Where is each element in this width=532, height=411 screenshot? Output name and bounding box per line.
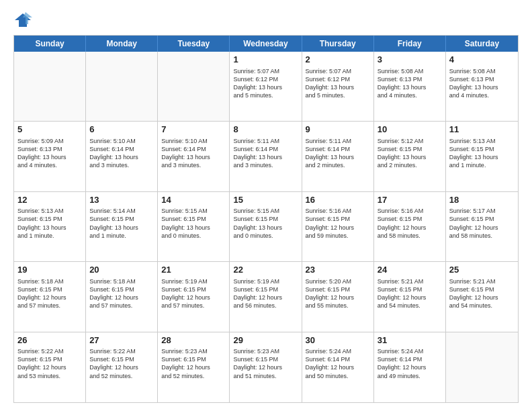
weekday-header-thursday: Thursday	[302, 36, 374, 52]
day-number: 21	[161, 264, 226, 276]
day-info: Sunrise: 5:13 AM Sunset: 6:15 PM Dayligh…	[17, 207, 82, 240]
calendar-week-1: 5Sunrise: 5:09 AM Sunset: 6:13 PM Daylig…	[14, 122, 518, 191]
logo-icon	[13, 11, 32, 30]
day-info: Sunrise: 5:12 AM Sunset: 6:15 PM Dayligh…	[378, 137, 442, 170]
day-number: 17	[378, 194, 442, 206]
calendar-day-31: 31Sunrise: 5:24 AM Sunset: 6:14 PM Dayli…	[374, 332, 446, 402]
weekday-header-saturday: Saturday	[446, 36, 518, 52]
weekday-header-monday: Monday	[86, 36, 158, 52]
day-number: 25	[449, 264, 515, 276]
calendar-day-17: 17Sunrise: 5:16 AM Sunset: 6:15 PM Dayli…	[374, 192, 446, 261]
day-info: Sunrise: 5:07 AM Sunset: 6:12 PM Dayligh…	[233, 67, 298, 100]
day-number: 2	[306, 54, 370, 66]
day-number: 19	[17, 264, 82, 276]
calendar-day-5: 5Sunrise: 5:09 AM Sunset: 6:13 PM Daylig…	[14, 122, 86, 191]
calendar-day-7: 7Sunrise: 5:10 AM Sunset: 6:14 PM Daylig…	[158, 122, 230, 191]
calendar-day-1: 1Sunrise: 5:07 AM Sunset: 6:12 PM Daylig…	[230, 52, 302, 121]
calendar-day-empty	[158, 52, 230, 121]
day-number: 24	[378, 264, 442, 276]
day-info: Sunrise: 5:24 AM Sunset: 6:14 PM Dayligh…	[378, 347, 442, 380]
day-info: Sunrise: 5:21 AM Sunset: 6:15 PM Dayligh…	[378, 277, 442, 310]
day-info: Sunrise: 5:18 AM Sunset: 6:15 PM Dayligh…	[89, 277, 154, 310]
calendar-week-2: 12Sunrise: 5:13 AM Sunset: 6:15 PM Dayli…	[14, 192, 518, 262]
calendar-day-25: 25Sunrise: 5:21 AM Sunset: 6:15 PM Dayli…	[446, 262, 518, 331]
weekday-header-wednesday: Wednesday	[230, 36, 302, 52]
day-number: 28	[161, 334, 226, 347]
day-info: Sunrise: 5:20 AM Sunset: 6:15 PM Dayligh…	[306, 277, 370, 310]
weekday-header-sunday: Sunday	[14, 36, 86, 52]
day-info: Sunrise: 5:10 AM Sunset: 6:14 PM Dayligh…	[89, 137, 154, 170]
day-number: 30	[306, 334, 370, 347]
calendar-week-0: 1Sunrise: 5:07 AM Sunset: 6:12 PM Daylig…	[14, 52, 518, 122]
day-number: 4	[449, 54, 515, 66]
day-number: 31	[378, 334, 442, 347]
day-number: 29	[233, 334, 298, 347]
day-number: 1	[233, 54, 298, 66]
day-info: Sunrise: 5:11 AM Sunset: 6:14 PM Dayligh…	[233, 137, 298, 170]
day-info: Sunrise: 5:15 AM Sunset: 6:15 PM Dayligh…	[233, 207, 298, 240]
calendar-day-24: 24Sunrise: 5:21 AM Sunset: 6:15 PM Dayli…	[374, 262, 446, 331]
day-number: 14	[161, 194, 226, 206]
calendar-day-23: 23Sunrise: 5:20 AM Sunset: 6:15 PM Dayli…	[302, 262, 374, 331]
day-info: Sunrise: 5:23 AM Sunset: 6:15 PM Dayligh…	[233, 347, 298, 380]
calendar-day-30: 30Sunrise: 5:24 AM Sunset: 6:14 PM Dayli…	[302, 332, 374, 402]
calendar-day-20: 20Sunrise: 5:18 AM Sunset: 6:15 PM Dayli…	[86, 262, 158, 331]
day-info: Sunrise: 5:08 AM Sunset: 6:13 PM Dayligh…	[449, 67, 515, 100]
calendar-day-27: 27Sunrise: 5:22 AM Sunset: 6:15 PM Dayli…	[86, 332, 158, 402]
weekday-header-friday: Friday	[374, 36, 446, 52]
page: SundayMondayTuesdayWednesdayThursdayFrid…	[0, 0, 532, 411]
day-info: Sunrise: 5:10 AM Sunset: 6:14 PM Dayligh…	[161, 137, 226, 170]
calendar-day-2: 2Sunrise: 5:07 AM Sunset: 6:12 PM Daylig…	[302, 52, 374, 121]
calendar-day-18: 18Sunrise: 5:17 AM Sunset: 6:15 PM Dayli…	[446, 192, 518, 261]
day-number: 26	[17, 334, 82, 347]
calendar-day-21: 21Sunrise: 5:19 AM Sunset: 6:15 PM Dayli…	[158, 262, 230, 331]
weekday-header-tuesday: Tuesday	[158, 36, 230, 52]
day-info: Sunrise: 5:23 AM Sunset: 6:15 PM Dayligh…	[161, 347, 226, 380]
day-number: 27	[89, 334, 154, 347]
calendar-day-4: 4Sunrise: 5:08 AM Sunset: 6:13 PM Daylig…	[446, 52, 518, 121]
calendar-body: 1Sunrise: 5:07 AM Sunset: 6:12 PM Daylig…	[14, 52, 518, 402]
day-info: Sunrise: 5:07 AM Sunset: 6:12 PM Dayligh…	[306, 67, 370, 100]
calendar-week-3: 19Sunrise: 5:18 AM Sunset: 6:15 PM Dayli…	[14, 262, 518, 332]
logo	[13, 11, 35, 30]
day-number: 20	[89, 264, 154, 276]
day-info: Sunrise: 5:16 AM Sunset: 6:15 PM Dayligh…	[378, 207, 442, 240]
day-info: Sunrise: 5:22 AM Sunset: 6:15 PM Dayligh…	[89, 347, 154, 380]
day-number: 9	[306, 124, 370, 136]
day-info: Sunrise: 5:14 AM Sunset: 6:15 PM Dayligh…	[89, 207, 154, 240]
calendar-day-13: 13Sunrise: 5:14 AM Sunset: 6:15 PM Dayli…	[86, 192, 158, 261]
day-number: 12	[17, 194, 82, 206]
day-info: Sunrise: 5:19 AM Sunset: 6:15 PM Dayligh…	[233, 277, 298, 310]
day-number: 18	[449, 194, 515, 206]
day-info: Sunrise: 5:13 AM Sunset: 6:15 PM Dayligh…	[449, 137, 515, 170]
calendar-day-16: 16Sunrise: 5:16 AM Sunset: 6:15 PM Dayli…	[302, 192, 374, 261]
day-info: Sunrise: 5:18 AM Sunset: 6:15 PM Dayligh…	[17, 277, 82, 310]
day-number: 3	[378, 54, 442, 66]
header	[13, 11, 519, 30]
day-number: 13	[89, 194, 154, 206]
calendar-day-29: 29Sunrise: 5:23 AM Sunset: 6:15 PM Dayli…	[230, 332, 302, 402]
calendar-week-4: 26Sunrise: 5:22 AM Sunset: 6:15 PM Dayli…	[14, 332, 518, 402]
day-info: Sunrise: 5:16 AM Sunset: 6:15 PM Dayligh…	[306, 207, 370, 240]
calendar-day-22: 22Sunrise: 5:19 AM Sunset: 6:15 PM Dayli…	[230, 262, 302, 331]
calendar-day-28: 28Sunrise: 5:23 AM Sunset: 6:15 PM Dayli…	[158, 332, 230, 402]
day-info: Sunrise: 5:19 AM Sunset: 6:15 PM Dayligh…	[161, 277, 226, 310]
day-number: 11	[449, 124, 515, 136]
calendar-day-6: 6Sunrise: 5:10 AM Sunset: 6:14 PM Daylig…	[86, 122, 158, 191]
calendar-day-9: 9Sunrise: 5:11 AM Sunset: 6:14 PM Daylig…	[302, 122, 374, 191]
day-number: 23	[306, 264, 370, 276]
day-number: 10	[378, 124, 442, 136]
calendar-day-11: 11Sunrise: 5:13 AM Sunset: 6:15 PM Dayli…	[446, 122, 518, 191]
calendar-day-10: 10Sunrise: 5:12 AM Sunset: 6:15 PM Dayli…	[374, 122, 446, 191]
calendar-day-19: 19Sunrise: 5:18 AM Sunset: 6:15 PM Dayli…	[14, 262, 86, 331]
day-number: 5	[17, 124, 82, 136]
calendar-day-3: 3Sunrise: 5:08 AM Sunset: 6:13 PM Daylig…	[374, 52, 446, 121]
day-number: 6	[89, 124, 154, 136]
day-info: Sunrise: 5:24 AM Sunset: 6:14 PM Dayligh…	[306, 347, 370, 380]
day-info: Sunrise: 5:21 AM Sunset: 6:15 PM Dayligh…	[449, 277, 515, 310]
day-info: Sunrise: 5:22 AM Sunset: 6:15 PM Dayligh…	[17, 347, 82, 380]
day-info: Sunrise: 5:11 AM Sunset: 6:14 PM Dayligh…	[306, 137, 370, 170]
calendar-day-8: 8Sunrise: 5:11 AM Sunset: 6:14 PM Daylig…	[230, 122, 302, 191]
calendar-day-12: 12Sunrise: 5:13 AM Sunset: 6:15 PM Dayli…	[14, 192, 86, 261]
calendar-header-row: SundayMondayTuesdayWednesdayThursdayFrid…	[14, 36, 518, 52]
